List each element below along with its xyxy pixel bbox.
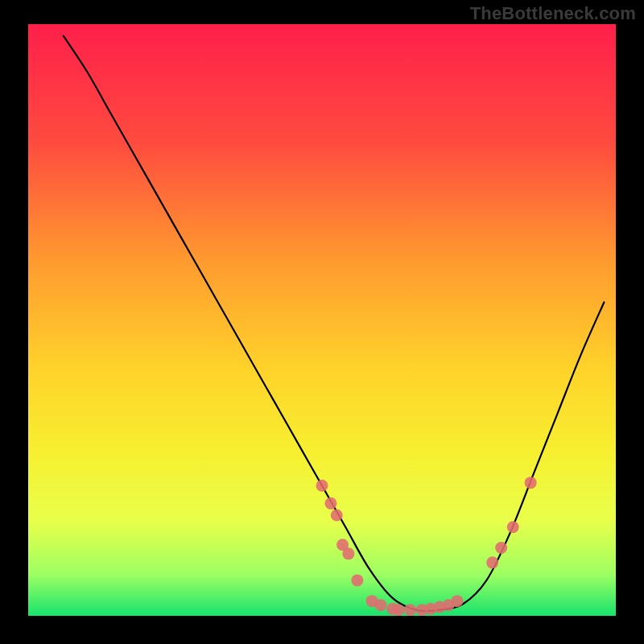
gradient-bg bbox=[28, 24, 616, 616]
marker-dot bbox=[331, 510, 343, 522]
plot-svg bbox=[28, 24, 616, 616]
marker-dot bbox=[392, 604, 404, 616]
marker-dot bbox=[375, 599, 387, 611]
marker-dot bbox=[316, 480, 328, 492]
marker-dot bbox=[451, 595, 463, 607]
marker-dot bbox=[324, 497, 336, 510]
watermark-label: TheBottleneck.com bbox=[470, 3, 636, 24]
marker-dot bbox=[351, 574, 363, 586]
chart-container: TheBottleneck.com bbox=[0, 0, 644, 644]
marker-dot bbox=[486, 556, 498, 568]
plot-area bbox=[28, 24, 616, 616]
marker-dot bbox=[342, 547, 354, 559]
marker-dot bbox=[495, 542, 507, 554]
marker-dot bbox=[525, 477, 537, 489]
marker-dot bbox=[404, 604, 416, 616]
marker-dot bbox=[507, 521, 519, 533]
